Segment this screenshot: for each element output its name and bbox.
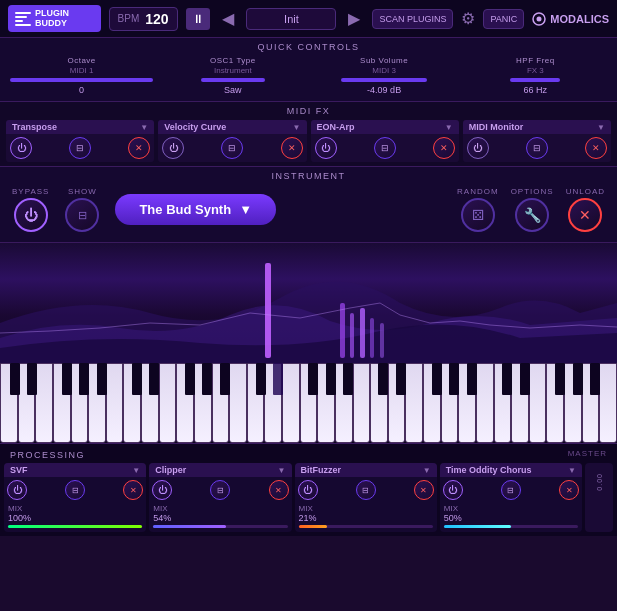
white-key[interactable]: [335, 363, 353, 443]
proc-bitfuzzer-controls: ⏻ ⊟ ✕: [295, 477, 437, 502]
fx-slot-velocity: Velocity Curve ▼ ⏻ ⊟ ✕: [158, 120, 306, 162]
white-key[interactable]: [388, 363, 406, 443]
white-key[interactable]: [106, 363, 124, 443]
fx-slot-midi-monitor: MIDI Monitor ▼ ⏻ ⊟ ✕: [463, 120, 611, 162]
close-button[interactable]: ✕: [123, 480, 143, 500]
power-button[interactable]: ⏻: [298, 480, 318, 500]
white-key[interactable]: [229, 363, 247, 443]
proc-chorus-mix-bar: [444, 525, 578, 528]
white-key[interactable]: [35, 363, 53, 443]
close-button[interactable]: ✕: [585, 137, 607, 159]
midi-icon-button[interactable]: ⊟: [356, 480, 376, 500]
white-key[interactable]: [476, 363, 494, 443]
midi-icon-button[interactable]: ⊟: [69, 137, 91, 159]
fx-slot-velocity-header[interactable]: Velocity Curve ▼: [158, 120, 306, 134]
prev-button[interactable]: ◀: [218, 9, 238, 28]
fx-transpose-controls: ⏻ ⊟ ✕: [6, 134, 154, 162]
power-button[interactable]: ⏻: [7, 480, 27, 500]
white-key[interactable]: [353, 363, 371, 443]
white-key[interactable]: [423, 363, 441, 443]
proc-clipper-mix-fill: [153, 525, 225, 528]
white-key[interactable]: [212, 363, 230, 443]
scan-plugins-button[interactable]: SCAN PLUGINS: [372, 9, 453, 29]
white-key[interactable]: [53, 363, 71, 443]
white-key[interactable]: [123, 363, 141, 443]
proc-bitfuzzer-mix-value: 21%: [299, 513, 433, 523]
power-button[interactable]: ⏻: [467, 137, 489, 159]
proc-svf-header[interactable]: SVF ▼: [4, 463, 146, 477]
panic-button[interactable]: PANIC: [483, 9, 524, 29]
white-key[interactable]: [529, 363, 547, 443]
fx-slot-monitor-header[interactable]: MIDI Monitor ▼: [463, 120, 611, 134]
close-button[interactable]: ✕: [559, 480, 579, 500]
white-key[interactable]: [564, 363, 582, 443]
master-strip: 0.00: [585, 463, 613, 532]
white-key[interactable]: [599, 363, 617, 443]
close-button[interactable]: ✕: [433, 137, 455, 159]
white-key[interactable]: [405, 363, 423, 443]
power-button[interactable]: ⏻: [10, 137, 32, 159]
qc-osc1-title: OSC1 Type: [210, 56, 256, 65]
white-key[interactable]: [247, 363, 265, 443]
white-key[interactable]: [582, 363, 600, 443]
show-button[interactable]: ⊟: [65, 198, 99, 232]
close-button[interactable]: ✕: [269, 480, 289, 500]
instrument-preset-button[interactable]: The Bud Synth ▼: [115, 194, 276, 225]
proc-bitfuzzer-mix: MIX 21%: [295, 502, 437, 532]
white-key[interactable]: [282, 363, 300, 443]
white-key[interactable]: [494, 363, 512, 443]
white-key[interactable]: [194, 363, 212, 443]
midi-icon-button[interactable]: ⊟: [374, 137, 396, 159]
midi-icon-button[interactable]: ⊟: [501, 480, 521, 500]
proc-bitfuzzer-header[interactable]: BitFuzzer ▼: [295, 463, 437, 477]
plugin-buddy-icon: [15, 12, 31, 26]
close-button[interactable]: ✕: [414, 480, 434, 500]
white-key[interactable]: [18, 363, 36, 443]
pause-button[interactable]: ⏸: [186, 8, 211, 30]
qc-item-osc1type[interactable]: OSC1 Type Instrument Saw: [161, 56, 304, 95]
close-button[interactable]: ✕: [128, 137, 150, 159]
proc-chorus-header[interactable]: Time Oddity Chorus ▼: [440, 463, 582, 477]
white-key[interactable]: [441, 363, 459, 443]
power-button[interactable]: ⏻: [315, 137, 337, 159]
midi-icon-button[interactable]: ⊟: [65, 480, 85, 500]
power-button[interactable]: ⏻: [152, 480, 172, 500]
white-key[interactable]: [0, 363, 18, 443]
white-key[interactable]: [141, 363, 159, 443]
proc-clipper-header[interactable]: Clipper ▼: [149, 463, 291, 477]
white-key[interactable]: [88, 363, 106, 443]
white-key[interactable]: [317, 363, 335, 443]
white-key[interactable]: [511, 363, 529, 443]
close-button[interactable]: ✕: [281, 137, 303, 159]
logo[interactable]: PLUGIN BUDDY: [8, 5, 101, 33]
white-key[interactable]: [264, 363, 282, 443]
midi-icon-button[interactable]: ⊟: [221, 137, 243, 159]
qc-item-hpf[interactable]: HPF Freq FX 3 66 Hz: [464, 56, 607, 95]
white-key[interactable]: [546, 363, 564, 443]
qc-item-subvol[interactable]: Sub Volume MIDI 3 -4.09 dB: [313, 56, 456, 95]
bypass-button[interactable]: ⏻: [14, 198, 48, 232]
svg-rect-6: [370, 318, 374, 358]
white-key[interactable]: [370, 363, 388, 443]
power-button[interactable]: ⏻: [162, 137, 184, 159]
next-button[interactable]: ▶: [344, 9, 364, 28]
white-key[interactable]: [159, 363, 177, 443]
qc-subvol-value: -4.09 dB: [367, 85, 401, 95]
power-button[interactable]: ⏻: [443, 480, 463, 500]
settings-icon[interactable]: ⚙: [461, 9, 475, 28]
white-key[interactable]: [71, 363, 89, 443]
white-key[interactable]: [176, 363, 194, 443]
unload-button[interactable]: ✕: [568, 198, 602, 232]
fx-slot-transpose-header[interactable]: Transpose ▼: [6, 120, 154, 134]
bpm-display[interactable]: BPM 120: [109, 7, 178, 31]
midi-icon-button[interactable]: ⊟: [210, 480, 230, 500]
proc-chorus-mix: MIX 50%: [440, 502, 582, 532]
white-key[interactable]: [300, 363, 318, 443]
random-button[interactable]: ⚄: [461, 198, 495, 232]
options-button[interactable]: 🔧: [515, 198, 549, 232]
qc-item-octave[interactable]: Octave MIDI 1 0: [10, 56, 153, 95]
midi-icon-button[interactable]: ⊟: [526, 137, 548, 159]
landscape-svg: [0, 243, 617, 363]
white-key[interactable]: [458, 363, 476, 443]
fx-slot-eon-header[interactable]: EON-Arp ▼: [311, 120, 459, 134]
